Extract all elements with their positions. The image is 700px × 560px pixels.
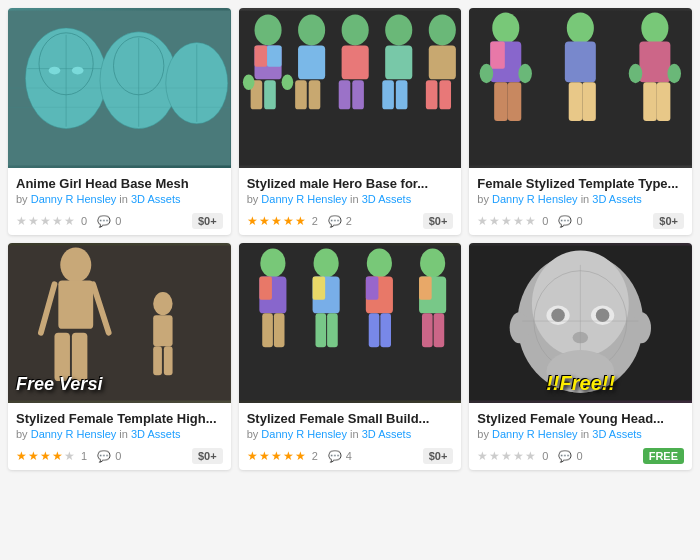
comment-count: 4 — [346, 450, 352, 462]
comment-count: 0 — [115, 450, 121, 462]
svg-point-74 — [313, 248, 338, 277]
star-icon-4: ★ — [513, 449, 524, 463]
star-icon-2: ★ — [259, 449, 270, 463]
category-link[interactable]: 3D Assets — [131, 193, 181, 205]
svg-rect-66 — [153, 346, 162, 375]
category-link[interactable]: 3D Assets — [131, 428, 181, 440]
product-card-6[interactable]: !!Free!! Stylized Female Young Head... b… — [469, 243, 692, 470]
svg-rect-44 — [508, 82, 522, 121]
star-icon-1: ★ — [16, 449, 27, 463]
card-image — [239, 8, 462, 168]
star-icon-1: ★ — [477, 449, 488, 463]
star-icon-5: ★ — [295, 214, 306, 228]
svg-rect-76 — [312, 277, 325, 300]
star-icon-4: ★ — [283, 214, 294, 228]
svg-rect-52 — [640, 42, 671, 83]
comment-icon: 💬 — [97, 450, 111, 463]
category-link[interactable]: 3D Assets — [592, 428, 642, 440]
card-author: by Danny R Hensley in 3D Assets — [247, 428, 454, 440]
svg-rect-72 — [262, 313, 273, 347]
svg-rect-71 — [259, 277, 272, 300]
product-card-3[interactable]: Female Stylized Template Type... by Dann… — [469, 8, 692, 235]
rating-count: 2 — [312, 215, 318, 227]
svg-point-98 — [632, 312, 651, 343]
star-icon-4: ★ — [52, 214, 63, 228]
star-rating: ★★★★★ — [247, 449, 306, 463]
card-body: Female Stylized Template Type... by Dann… — [469, 168, 692, 209]
svg-point-15 — [254, 14, 281, 45]
price-badge[interactable]: $0+ — [192, 448, 223, 464]
svg-rect-18 — [267, 45, 282, 66]
comment-count: 2 — [346, 215, 352, 227]
card-title: Stylized Female Young Head... — [477, 411, 684, 426]
svg-point-69 — [260, 248, 285, 277]
svg-rect-49 — [569, 82, 583, 121]
star-icon-2: ★ — [489, 214, 500, 228]
svg-rect-81 — [365, 277, 378, 300]
svg-rect-28 — [352, 80, 364, 109]
card-author: by Danny R Hensley in 3D Assets — [477, 428, 684, 440]
price-badge[interactable]: $0+ — [423, 213, 454, 229]
svg-rect-42 — [491, 42, 506, 69]
svg-point-29 — [385, 14, 412, 45]
star-icon-3: ★ — [501, 449, 512, 463]
author-link[interactable]: Danny R Hensley — [492, 428, 578, 440]
star-icon-4: ★ — [283, 449, 294, 463]
author-link[interactable]: Danny R Hensley — [261, 428, 347, 440]
star-icon-5: ★ — [525, 449, 536, 463]
card-image — [469, 8, 692, 168]
star-icon-1: ★ — [16, 214, 27, 228]
svg-rect-26 — [341, 45, 368, 79]
star-rating: ★★★★★ — [16, 214, 75, 228]
star-icon-5: ★ — [64, 214, 75, 228]
star-icon-2: ★ — [28, 449, 39, 463]
card-footer: ★★★★★ 2 💬 4 $0+ — [239, 444, 462, 470]
price-badge[interactable]: $0+ — [192, 213, 223, 229]
card-footer: ★★★★★ 1 💬 0 $0+ — [8, 444, 231, 470]
price-badge[interactable]: FREE — [643, 448, 684, 464]
free-version-overlay: Free Versi — [16, 374, 102, 395]
comment-icon: 💬 — [558, 215, 572, 228]
svg-rect-67 — [164, 346, 173, 375]
svg-rect-87 — [422, 313, 433, 347]
rating-count: 2 — [312, 450, 318, 462]
svg-point-56 — [668, 64, 682, 83]
svg-point-5 — [49, 67, 61, 75]
svg-point-64 — [153, 292, 172, 315]
svg-rect-65 — [153, 315, 172, 346]
price-badge[interactable]: $0+ — [653, 213, 684, 229]
star-icon-5: ★ — [295, 449, 306, 463]
rating-count: 0 — [542, 215, 548, 227]
comment-count: 0 — [576, 215, 582, 227]
product-card-4[interactable]: Free Versi Stylized Female Template High… — [8, 243, 231, 470]
card-footer: ★★★★★ 2 💬 2 $0+ — [239, 209, 462, 235]
author-link[interactable]: Danny R Hensley — [492, 193, 578, 205]
star-icon-5: ★ — [64, 449, 75, 463]
comment-count: 0 — [576, 450, 582, 462]
card-body: Anime Girl Head Base Mesh by Danny R Hen… — [8, 168, 231, 209]
comment-icon: 💬 — [328, 450, 342, 463]
product-card-2[interactable]: Stylized male Hero Base for... by Danny … — [239, 8, 462, 235]
category-link[interactable]: 3D Assets — [362, 428, 412, 440]
card-body: Stylized Female Young Head... by Danny R… — [469, 403, 692, 444]
star-icon-1: ★ — [247, 449, 258, 463]
card-body: Stylized male Hero Base for... by Danny … — [239, 168, 462, 209]
product-card-1[interactable]: Anime Girl Head Base Mesh by Danny R Hen… — [8, 8, 231, 235]
product-card-5[interactable]: Stylized Female Small Build... by Danny … — [239, 243, 462, 470]
svg-rect-34 — [428, 45, 455, 79]
star-icon-3: ★ — [40, 449, 51, 463]
svg-point-25 — [341, 14, 368, 45]
category-link[interactable]: 3D Assets — [362, 193, 412, 205]
card-footer: ★★★★★ 0 💬 0 $0+ — [8, 209, 231, 235]
star-rating: ★★★★★ — [16, 449, 75, 463]
author-link[interactable]: Danny R Hensley — [31, 428, 117, 440]
price-badge[interactable]: $0+ — [423, 448, 454, 464]
svg-rect-32 — [395, 80, 407, 109]
author-link[interactable]: Danny R Hensley — [31, 193, 117, 205]
category-link[interactable]: 3D Assets — [592, 193, 642, 205]
svg-rect-82 — [368, 313, 379, 347]
author-link[interactable]: Danny R Hensley — [261, 193, 347, 205]
star-rating: ★★★★★ — [477, 449, 536, 463]
svg-point-6 — [72, 67, 84, 75]
card-image — [8, 8, 231, 168]
